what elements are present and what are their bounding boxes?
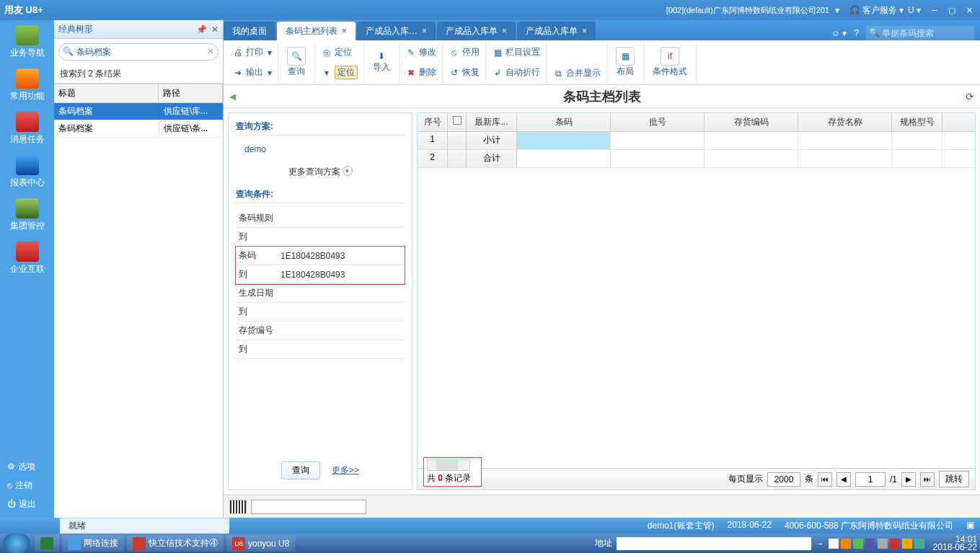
customer-service-menu[interactable]: 🎧 客户服务 ▾ — [849, 4, 904, 17]
tab-finished-in-1[interactable]: 产成品入库… — [357, 22, 436, 40]
tab-finished-in-2[interactable]: 产成品入库单 — [437, 22, 516, 40]
col-barcode[interactable]: 条码 — [517, 113, 611, 131]
field-barcode-from[interactable]: 条码1E180428B0493 — [236, 247, 405, 265]
tray-icon[interactable] — [853, 539, 863, 549]
tray-icon[interactable] — [890, 539, 900, 549]
col-seq[interactable]: 序号 — [418, 113, 448, 131]
go-arrow-icon[interactable]: → — [816, 539, 824, 549]
grid-body[interactable]: 1 小计 2 合计 — [418, 132, 975, 468]
per-page-input[interactable] — [767, 472, 800, 487]
print-button[interactable]: 🖨打印▾ — [229, 43, 275, 63]
import-button[interactable]: ⬇导入 — [367, 48, 396, 76]
first-page-button[interactable]: ⏮ — [818, 472, 832, 487]
cell-chk[interactable] — [448, 150, 467, 167]
refresh-icon[interactable]: ⟳ — [966, 91, 974, 102]
tree-search-input[interactable] — [58, 43, 218, 61]
field-gen-date-to[interactable]: 到 — [236, 303, 405, 322]
tray-icon[interactable] — [841, 539, 851, 549]
cell-chk[interactable] — [448, 132, 467, 149]
taskbar-excel[interactable] — [35, 535, 59, 552]
grid-row-subtotal[interactable]: 1 小计 — [418, 132, 975, 150]
volume-icon[interactable] — [902, 539, 912, 549]
nav-business[interactable]: 业务导航 — [0, 20, 54, 63]
tab-desktop[interactable]: 我的桌面 — [224, 22, 275, 40]
execute-query-button[interactable]: 查询 — [281, 461, 320, 479]
locate-button[interactable]: ◎定位 — [318, 43, 361, 63]
company-dropdown-arrow[interactable]: ▾ — [835, 5, 839, 15]
close-panel-icon[interactable]: ✕ — [211, 25, 218, 35]
filter-locate-button[interactable]: ▾定位 — [318, 63, 361, 83]
last-page-button[interactable]: ⏭ — [920, 472, 935, 487]
merge-display-button[interactable]: ⧉合并显示 — [549, 63, 604, 83]
clear-search-icon[interactable]: ✕ — [207, 46, 214, 56]
nav-group[interactable]: 集团管控 — [0, 193, 54, 236]
checkbox-icon[interactable] — [453, 116, 462, 125]
barcode-scan-input[interactable] — [251, 500, 366, 514]
system-clock[interactable]: 14:01 2018-06-22 — [933, 536, 977, 552]
merge-display-button[interactable] — [489, 63, 543, 83]
tree-col-path[interactable]: 路径 — [159, 84, 223, 102]
nav-exit[interactable]: ⏻退出 — [0, 495, 54, 513]
tray-icon[interactable] — [878, 539, 888, 549]
close-button[interactable]: ✕ — [963, 4, 976, 16]
tray-icon[interactable] — [829, 539, 839, 549]
more-query-plans[interactable]: 更多查询方案 ▾ — [236, 162, 405, 188]
tray-icon[interactable] — [914, 539, 924, 549]
query-more-link[interactable]: 更多>> — [332, 464, 359, 477]
start-button[interactable] — [3, 534, 30, 553]
col-latest-stock[interactable]: 最新库... — [467, 113, 517, 131]
field-barcode-rule-to[interactable]: 到 — [236, 228, 405, 247]
cond-format-button[interactable]: if条件格式 — [647, 44, 693, 81]
horizontal-scrollbar[interactable] — [427, 459, 470, 471]
col-batch[interactable]: 批号 — [611, 113, 705, 131]
system-tray[interactable] — [829, 539, 924, 549]
grid-row-total[interactable]: 2 合计 — [418, 150, 975, 168]
maximize-button[interactable]: ▢ — [945, 4, 958, 16]
col-checkbox[interactable] — [448, 113, 467, 131]
tree-row[interactable]: 条码档案 供应链\条... — [54, 120, 223, 138]
field-barcode-rule[interactable]: 条码规则 — [236, 209, 405, 228]
disable-button[interactable]: ⦸停用 — [446, 43, 482, 63]
tree-row[interactable]: 条码档案 供应链\库... — [54, 103, 223, 120]
nav-enterprise[interactable]: 企业互联 — [0, 236, 54, 280]
taskbar-support[interactable]: 快立信技术支持④ — [127, 535, 224, 552]
column-setting-button[interactable]: ▦栏目设置 — [489, 43, 543, 63]
next-page-button[interactable]: ▶ — [901, 472, 916, 487]
address-input[interactable] — [617, 537, 811, 550]
field-inventory-code[interactable]: 存货编号 — [236, 322, 405, 340]
minimize-button[interactable]: ─ — [928, 4, 941, 16]
tab-barcode-list[interactable]: 条码主档列表 — [277, 22, 356, 40]
restore-button[interactable]: ↺恢复 — [446, 63, 482, 83]
smiley-icon[interactable]: ☺ ▾ — [831, 28, 847, 38]
status-icon[interactable]: ▣ — [966, 520, 974, 532]
field-barcode-to[interactable]: 到1E180428B0493 — [236, 265, 405, 284]
taskbar-network[interactable]: 网络连接 — [62, 535, 124, 552]
nav-reports[interactable]: 报表中心 — [0, 150, 54, 193]
jump-page-button[interactable]: 跳转 — [939, 471, 969, 487]
field-gen-date[interactable]: 生成日期 — [236, 284, 405, 303]
nav-logout[interactable]: ⎋注销 — [0, 476, 54, 495]
modify-button[interactable]: ✎修改 — [402, 43, 439, 63]
scrollbar-thumb[interactable] — [436, 460, 458, 470]
help-icon[interactable]: ? — [854, 28, 859, 38]
col-inventory-code[interactable]: 存货编码 — [705, 113, 798, 131]
col-inventory-name[interactable]: 存货名称 — [798, 113, 892, 131]
nav-common[interactable]: 常用功能 — [0, 63, 54, 107]
doc-barcode-search-input[interactable] — [866, 26, 974, 40]
current-page-input[interactable] — [855, 472, 886, 487]
col-spec[interactable]: 规格型号 — [892, 113, 943, 131]
pin-icon[interactable]: 📌 — [196, 25, 207, 35]
query-plan-demo[interactable]: demo — [236, 141, 405, 162]
output-button[interactable]: ➜输出▾ — [229, 63, 275, 83]
u-menu[interactable]: U ▾ — [908, 5, 921, 15]
query-button[interactable]: 🔍查询 — [281, 44, 312, 81]
nav-messages[interactable]: 消息任务 — [0, 107, 54, 150]
taskbar-u8[interactable]: U8yonyou U8 — [226, 535, 295, 552]
tab-finished-in-3[interactable]: 产成品入库单 — [517, 22, 596, 40]
nav-options[interactable]: ⚙选项 — [0, 457, 54, 476]
back-arrow-icon[interactable]: ◀ — [229, 92, 236, 102]
prev-page-button[interactable]: ◀ — [836, 472, 851, 487]
tray-icon[interactable] — [865, 539, 875, 549]
layout-button[interactable]: ▦布局 — [610, 44, 640, 81]
delete-button[interactable]: ✖删除 — [402, 63, 439, 83]
